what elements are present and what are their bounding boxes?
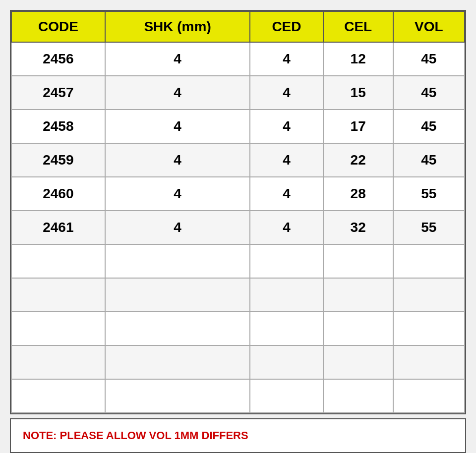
cell-cel [323,278,393,312]
header-row: CODE SHK (mm) CED CEL VOL [11,11,465,42]
cell-code: 2459 [11,143,105,177]
cell-ced [250,379,323,413]
cell-vol [393,345,465,379]
data-table: CODE SHK (mm) CED CEL VOL 24564412452457… [11,11,465,413]
cell-code [11,278,105,312]
table-row: 2460442855 [11,177,465,211]
cell-ced: 4 [250,143,323,177]
table-row: 2458441745 [11,110,465,143]
cell-shk [105,278,250,312]
cell-cel: 15 [323,76,393,110]
note-text: NOTE: PLEASE ALLOW VOL 1MM DIFFERS [23,429,248,442]
table-row: 2457441545 [11,76,465,110]
page-container: CODE SHK (mm) CED CEL VOL 24564412452457… [5,5,471,453]
cell-ced: 4 [250,110,323,143]
cell-cel: 22 [323,143,393,177]
cell-vol: 45 [393,42,465,76]
col-header-vol: VOL [393,11,465,42]
cell-vol [393,244,465,278]
cell-shk [105,379,250,413]
cell-vol [393,278,465,312]
cell-vol: 45 [393,110,465,143]
table-wrapper: CODE SHK (mm) CED CEL VOL 24564412452457… [10,10,466,414]
note-box: NOTE: PLEASE ALLOW VOL 1MM DIFFERS [10,418,466,453]
cell-ced [250,345,323,379]
cell-vol [393,312,465,345]
cell-shk: 4 [105,42,250,76]
cell-shk: 4 [105,211,250,244]
cell-cel [323,379,393,413]
cell-ced: 4 [250,177,323,211]
cell-vol [393,379,465,413]
cell-ced: 4 [250,211,323,244]
cell-ced [250,312,323,345]
cell-code [11,345,105,379]
cell-code: 2461 [11,211,105,244]
cell-code [11,379,105,413]
col-header-ced: CED [250,11,323,42]
table-row: 2456441245 [11,42,465,76]
cell-cel: 28 [323,177,393,211]
cell-shk: 4 [105,143,250,177]
cell-shk [105,312,250,345]
cell-cel [323,244,393,278]
table-row [11,312,465,345]
cell-cel [323,312,393,345]
cell-code: 2457 [11,76,105,110]
cell-vol: 55 [393,177,465,211]
table-row [11,278,465,312]
cell-ced: 4 [250,76,323,110]
cell-cel [323,345,393,379]
cell-vol: 45 [393,143,465,177]
cell-ced: 4 [250,42,323,76]
cell-code: 2456 [11,42,105,76]
cell-shk: 4 [105,110,250,143]
cell-code [11,244,105,278]
cell-vol: 45 [393,76,465,110]
cell-ced [250,278,323,312]
cell-vol: 55 [393,211,465,244]
cell-shk: 4 [105,76,250,110]
table-row: 2461443255 [11,211,465,244]
cell-shk [105,244,250,278]
cell-shk [105,345,250,379]
col-header-cel: CEL [323,11,393,42]
table-row: 2459442245 [11,143,465,177]
cell-cel: 32 [323,211,393,244]
cell-shk: 4 [105,177,250,211]
cell-code [11,312,105,345]
cell-code: 2460 [11,177,105,211]
cell-code: 2458 [11,110,105,143]
cell-cel: 17 [323,110,393,143]
table-row [11,379,465,413]
cell-cel: 12 [323,42,393,76]
col-header-code: CODE [11,11,105,42]
cell-ced [250,244,323,278]
col-header-shk: SHK (mm) [105,11,250,42]
table-row [11,244,465,278]
table-row [11,345,465,379]
